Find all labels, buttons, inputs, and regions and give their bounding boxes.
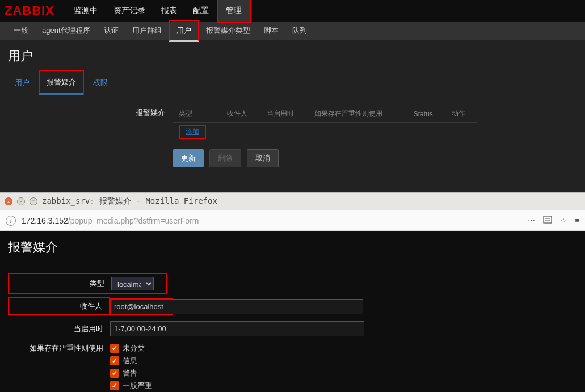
top-nav: ZABBIX 监测中 资产记录 报表 配置 管理 <box>0 0 585 22</box>
tabs: 用户 报警媒介 权限 <box>0 70 585 95</box>
tab-media[interactable]: 报警媒介 <box>39 70 84 95</box>
browser-title: zabbix_srv: 报警媒介 - Mozilla Firefox <box>42 196 217 206</box>
subnav-proxies[interactable]: agent代理程序 <box>35 21 97 40</box>
media-label: 报警媒介 <box>0 106 173 118</box>
popup-label-recipient: 收件人 <box>8 297 110 315</box>
window-close-icon[interactable]: × <box>5 197 12 205</box>
subnav-auth[interactable]: 认证 <box>97 21 125 40</box>
addr-icons: ⋯ ☆ ≡ <box>528 215 579 226</box>
window-maximize-icon[interactable]: □ <box>30 197 37 205</box>
severity-average[interactable]: 一般严重 <box>110 380 577 392</box>
nav-reports[interactable]: 报表 <box>153 0 185 22</box>
nav-admin[interactable]: 管理 <box>217 0 251 23</box>
col-type: 类型 <box>173 106 221 123</box>
page-info-icon[interactable]: i <box>6 216 16 226</box>
subnav-queue[interactable]: 队列 <box>285 21 314 40</box>
delete-button: 删除 <box>209 149 241 167</box>
cancel-button[interactable]: 取消 <box>247 149 279 167</box>
media-form-area: 报警媒介 类型 收件人 当启用时 如果存在严重性则使用 Status 动作 添加 <box>0 95 585 192</box>
col-severity: 如果存在严重性则使用 <box>309 106 407 123</box>
button-row: 更新 删除 取消 <box>173 149 585 167</box>
when-active-input[interactable] <box>110 321 364 336</box>
popup-label-severity: 如果存在严重性则使用 <box>8 342 110 353</box>
nav-config[interactable]: 配置 <box>185 0 217 22</box>
logo: ZABBIX <box>5 3 54 18</box>
tab-permissions[interactable]: 权限 <box>86 72 115 94</box>
checkbox-icon <box>110 356 119 365</box>
nav-monitoring[interactable]: 监测中 <box>66 0 106 22</box>
reader-icon[interactable] <box>543 215 552 226</box>
recipient-input[interactable] <box>110 299 172 314</box>
checkbox-icon <box>110 381 119 390</box>
url-path: /popup_media.php?dstfrm=userForm <box>68 216 199 225</box>
url-text[interactable]: 172.16.3.152/popup_media.php?dstfrm=user… <box>22 216 522 225</box>
severity-checkboxes: 未分类 信息 警告 一般严重 严重 灾难 <box>110 342 577 392</box>
subnav-scripts[interactable]: 脚本 <box>257 21 285 40</box>
severity-notclassified[interactable]: 未分类 <box>110 342 577 355</box>
svg-rect-0 <box>544 216 552 223</box>
subnav-mediatypes[interactable]: 报警媒介类型 <box>199 21 257 40</box>
popup-label-type: 类型 <box>9 279 111 289</box>
col-action: 动作 <box>446 106 477 123</box>
update-button[interactable]: 更新 <box>173 149 204 167</box>
popup-title: 报警媒介 <box>8 239 577 256</box>
subnav-usergroups[interactable]: 用户群组 <box>125 21 169 40</box>
popup-body: 报警媒介 类型 localmail 收件人 当启用时 如果存在严重性则使用 未分… <box>0 231 585 392</box>
browser-titlebar: × − □ zabbix_srv: 报警媒介 - Mozilla Firefox <box>0 192 585 210</box>
col-status: Status <box>408 106 446 123</box>
col-when: 当启用时 <box>261 106 309 123</box>
recipient-input-extend[interactable] <box>172 299 363 314</box>
checkbox-icon <box>110 344 119 353</box>
tab-user[interactable]: 用户 <box>8 72 36 94</box>
subnav-users[interactable]: 用户 <box>169 20 199 42</box>
page-title: 用户 <box>0 40 585 70</box>
severity-warning[interactable]: 警告 <box>110 367 577 380</box>
nav-inventory[interactable]: 资产记录 <box>106 0 153 22</box>
more-icon[interactable]: ⋯ <box>528 216 535 225</box>
url-host: 172.16.3.152 <box>22 216 68 225</box>
type-select[interactable]: localmail <box>111 277 154 290</box>
severity-info[interactable]: 信息 <box>110 355 577 367</box>
add-media-link[interactable]: 添加 <box>179 125 206 139</box>
checkbox-icon <box>110 369 119 378</box>
col-recipient: 收件人 <box>221 106 261 123</box>
sub-nav: 一般 agent代理程序 认证 用户群组 用户 报警媒介类型 脚本 队列 <box>0 22 585 40</box>
menu-icon[interactable]: ≡ <box>575 216 579 225</box>
star-icon[interactable]: ☆ <box>560 216 567 225</box>
address-bar: i 172.16.3.152/popup_media.php?dstfrm=us… <box>0 210 585 231</box>
popup-label-when: 当启用时 <box>8 324 110 334</box>
window-minimize-icon[interactable]: − <box>17 197 25 205</box>
subnav-general[interactable]: 一般 <box>7 21 35 40</box>
media-table: 类型 收件人 当启用时 如果存在严重性则使用 Status 动作 添加 <box>173 106 477 141</box>
